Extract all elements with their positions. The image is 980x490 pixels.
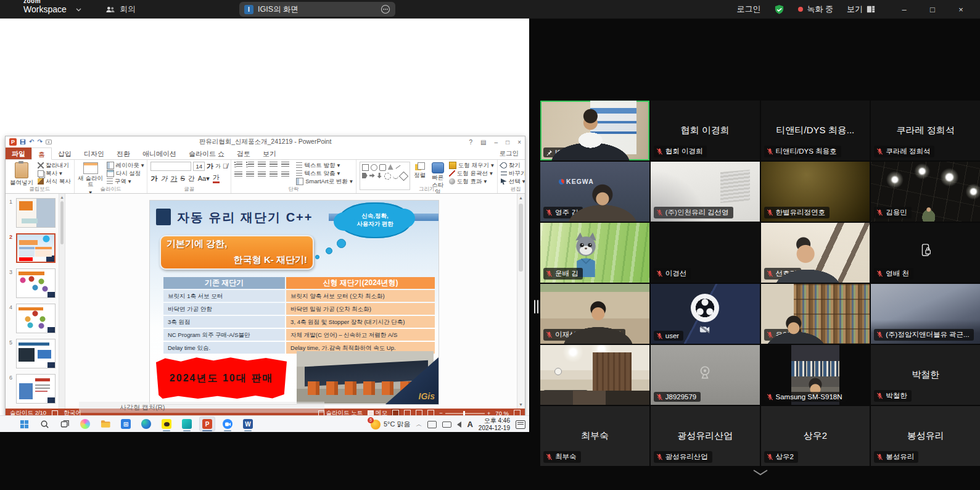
recording-indicator[interactable]: 녹화 중 — [798, 4, 833, 15]
thumbnail-scrollbar[interactable]: ▲ — [59, 194, 65, 409]
numbering-icon[interactable] — [246, 162, 254, 168]
tab-transitions[interactable]: 전환 — [110, 147, 136, 159]
shape-fill-button[interactable]: 도형 채우기 ▾ — [449, 162, 494, 169]
slide-2[interactable]: 자동 유리 재단기 C++ 신속,정확,사용자가 편한 기본기에 강한, 한국형… — [149, 200, 439, 405]
shape-effects-button[interactable]: 도형 효과 ▾ — [449, 178, 494, 185]
panel-resize-handle[interactable] — [534, 300, 540, 314]
participant-tile[interactable]: 상우2 상우2 — [761, 406, 870, 466]
italic-button[interactable]: 가 — [160, 175, 167, 183]
format-painter-button[interactable]: 서식 복사 — [38, 178, 71, 185]
strikethrough-button[interactable]: S — [180, 175, 184, 183]
participant-tile[interactable]: 최부숙 최부숙 — [540, 406, 649, 466]
participant-tile[interactable]: 광성유리산업 광성유리산업 — [651, 406, 760, 466]
participant-tile[interactable]: 용진유리 — [540, 345, 649, 405]
keyboard-icon[interactable] — [442, 421, 451, 428]
participant-tile[interactable]: 티앤티/DYS 최용... 티앤티/DYS 최용호 — [761, 101, 870, 160]
shrink-font-button[interactable]: 가 — [215, 162, 221, 170]
minimize-button[interactable]: – — [890, 5, 918, 14]
slide-thumbnail-6[interactable]: 6 — [9, 374, 59, 404]
participant-tile-igis[interactable]: IGIS — [540, 101, 649, 160]
participant-tile[interactable]: 선호경 — [761, 223, 870, 283]
weather-widget[interactable]: 5°C 맑음 — [371, 420, 411, 430]
ppt-minimize-button[interactable]: – — [495, 139, 498, 146]
slide-thumbnail-1[interactable]: 1 — [9, 198, 59, 228]
clear-formatting-button[interactable]: 가̸ — [223, 162, 228, 170]
tab-review[interactable]: 검토 — [231, 147, 257, 159]
teal-app-icon[interactable] — [179, 417, 195, 431]
align-left-icon[interactable] — [234, 172, 242, 178]
slide-scrollbar[interactable]: ▲▼ — [517, 194, 525, 409]
security-shield-icon[interactable] — [774, 4, 784, 15]
slide-thumbnail-5[interactable]: 5 — [9, 339, 59, 368]
tab-slideshow[interactable]: 슬라이드 쇼 — [183, 147, 231, 159]
zoom-app-icon[interactable] — [220, 417, 236, 431]
find-button[interactable]: 찾기 — [501, 162, 525, 169]
indent-decrease-icon[interactable] — [258, 162, 266, 168]
smartart-button[interactable]: SmartArt로 변환 ▾ — [296, 178, 352, 185]
cut-button[interactable]: 잘라내기 — [38, 162, 71, 169]
ppt-close-button[interactable]: × — [517, 139, 521, 146]
save-icon[interactable] — [20, 139, 26, 145]
participant-tile[interactable]: 영배 천 — [871, 223, 980, 283]
ppt-restore-button[interactable]: □ — [506, 139, 509, 146]
microsoft-store-icon[interactable]: ⊞ — [118, 417, 134, 431]
tray-expand-chevron[interactable]: ︿ — [416, 420, 422, 429]
file-explorer-icon[interactable] — [97, 417, 113, 431]
tab-view[interactable]: 보기 — [257, 147, 282, 159]
participant-tile[interactable]: 운배 김 — [540, 223, 649, 283]
line-spacing-icon[interactable] — [281, 162, 289, 168]
gallery-next-page-button[interactable] — [540, 469, 980, 476]
replace-button[interactable]: 바꾸기 ▾ — [501, 170, 525, 177]
ppt-help-button[interactable]: ? — [469, 139, 473, 146]
align-text-button[interactable]: 텍스트 맞춤 ▾ — [296, 170, 352, 177]
participant-tile[interactable]: 한별유리정연호 — [761, 162, 870, 222]
font-color-button[interactable]: 가 — [213, 173, 220, 183]
taskbar-clock[interactable]: 오후 4:46 2024-12-19 — [479, 417, 510, 431]
participant-tile[interactable]: 박철한 박철한 — [871, 345, 980, 405]
view-button[interactable]: 보기 — [847, 4, 875, 15]
participant-tile[interactable]: (주)인천유리 김선영 — [651, 162, 760, 222]
arrange-button[interactable]: 정렬 — [413, 162, 427, 178]
participant-tile[interactable]: J8929579 — [651, 345, 760, 405]
tab-home[interactable]: 홈 — [31, 147, 52, 160]
participant-tile[interactable]: user — [651, 284, 760, 344]
redo-icon[interactable]: ↷ — [37, 139, 42, 145]
participant-tile[interactable]: KEGWA 영주 김 — [540, 162, 649, 222]
align-right-icon[interactable] — [258, 172, 266, 178]
change-case-button[interactable]: Aa▾ — [198, 175, 210, 183]
undo-icon[interactable]: ↶ — [29, 139, 34, 145]
powerpoint-taskbar-icon[interactable]: P — [199, 417, 215, 431]
ime-indicator[interactable]: A — [467, 420, 472, 429]
align-center-icon[interactable] — [246, 172, 254, 178]
section-button[interactable]: 구역 ▾ — [107, 178, 144, 185]
start-button[interactable] — [16, 417, 32, 431]
slide-thumbnail-4[interactable]: 4 — [9, 304, 59, 333]
char-spacing-button[interactable]: 간 — [188, 175, 195, 183]
participant-tile[interactable]: 쿠라레 정희석 쿠라레 정희석 — [871, 101, 980, 160]
bold-button[interactable]: 가 — [150, 175, 157, 183]
task-view-button[interactable] — [57, 417, 73, 431]
participant-tile[interactable]: (주)정암지앤더블유 곽근... — [871, 284, 980, 344]
layout-button[interactable]: 레이아웃 ▾ — [107, 162, 144, 169]
bullets-icon[interactable] — [234, 162, 242, 168]
participant-tile[interactable]: 봉성유리 봉성유리 — [871, 406, 980, 466]
tab-design[interactable]: 디자인 — [78, 147, 110, 159]
notification-icon[interactable] — [516, 420, 525, 429]
ribbon-display-button[interactable]: ▤ — [480, 139, 486, 146]
ppt-login[interactable]: 로그인 — [500, 147, 525, 159]
reset-button[interactable]: 다시 설정 — [107, 170, 144, 177]
tab-file[interactable]: 파일 — [6, 147, 31, 159]
kakaotalk-icon[interactable] — [159, 417, 175, 431]
copy-button[interactable]: 복사 ▾ — [38, 170, 71, 177]
font-size-combobox[interactable]: 14 — [193, 162, 205, 171]
close-button[interactable]: × — [947, 5, 975, 14]
slide-thumbnail-3[interactable]: 3 — [9, 268, 59, 298]
start-slideshow-icon[interactable] — [46, 139, 52, 145]
participant-tile[interactable]: Samsung SM-S918N — [761, 345, 870, 405]
select-button[interactable]: 선택 ▾ — [501, 178, 525, 185]
tab-shared-screen[interactable]: I IGIS의 화면 — [239, 2, 395, 17]
word-icon[interactable]: W — [240, 417, 256, 431]
shape-outline-button[interactable]: 도형 윤곽선 ▾ — [449, 170, 494, 177]
font-name-combobox[interactable] — [150, 162, 191, 171]
participant-tile[interactable]: 협회 이경희 협회 이경희 — [651, 101, 760, 160]
